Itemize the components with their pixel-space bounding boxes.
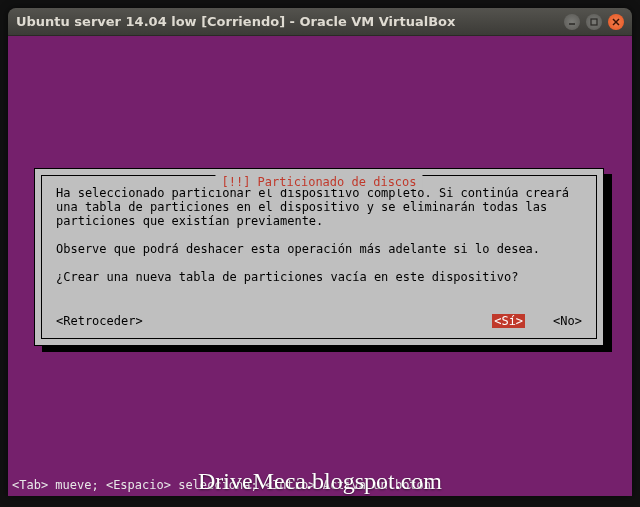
dialog-paragraph: Observe que podrá deshacer esta operació… [56, 242, 582, 256]
window-buttons [564, 14, 624, 30]
dialog-frame: [!!] Particionado de discos Ha seleccion… [41, 175, 597, 339]
titlebar: Ubuntu server 14.04 low [Corriendo] - Or… [8, 8, 632, 36]
vm-console: [!!] Particionado de discos Ha seleccion… [8, 36, 632, 496]
back-button[interactable]: <Retroceder> [56, 314, 143, 328]
maximize-icon[interactable] [586, 14, 602, 30]
dialog-title: [!!] Particionado de discos [215, 175, 422, 189]
dialog-buttons: <Retroceder> <Sí> <No> [56, 314, 582, 328]
dialog-body: Ha seleccionado particionar el dispositi… [56, 186, 582, 284]
partition-dialog: [!!] Particionado de discos Ha seleccion… [34, 168, 604, 346]
nav-hint: <Tab> mueve; <Espacio> selecciona; <Intr… [12, 478, 431, 492]
minimize-icon[interactable] [564, 14, 580, 30]
svg-rect-1 [591, 19, 597, 25]
close-icon[interactable] [608, 14, 624, 30]
dialog-paragraph: Ha seleccionado particionar el dispositi… [56, 186, 582, 228]
window-title: Ubuntu server 14.04 low [Corriendo] - Or… [16, 14, 564, 29]
no-button[interactable]: <No> [553, 314, 582, 328]
dialog-question: ¿Crear una nueva tabla de particiones va… [56, 270, 582, 284]
virtualbox-window: Ubuntu server 14.04 low [Corriendo] - Or… [8, 8, 632, 496]
yes-button[interactable]: <Sí> [492, 314, 525, 328]
